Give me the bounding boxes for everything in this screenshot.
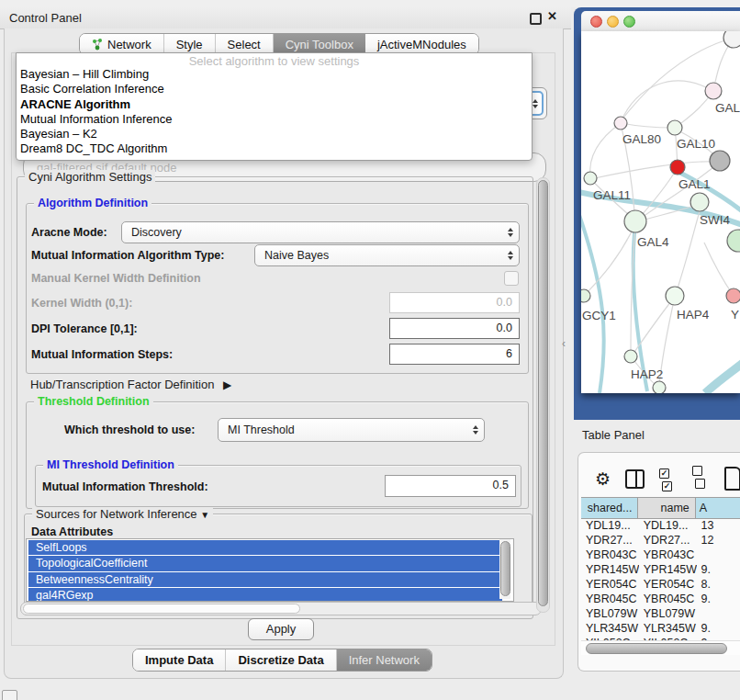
network-node-gcy1[interactable] [581,289,590,302]
split-view-icon[interactable] [625,469,645,489]
tab-cyni-toolbox[interactable]: Cyni Toolbox [274,34,365,54]
dpi-tolerance-field[interactable]: 0.0 [389,318,520,339]
network-node-label: GAL80 [622,132,661,146]
chevron-down-icon[interactable]: ▼ [200,510,209,520]
data-attribute-item[interactable]: TopologicalCoefficient [28,556,502,570]
checked-boxes-icon[interactable]: ✓✓ [659,466,677,491]
table-cell: YPR145W [639,562,697,577]
kernel-width-field[interactable]: 0.0 [389,292,520,313]
tab-impute-data[interactable]: Impute Data [133,649,226,671]
table-header-3[interactable]: A [696,498,740,518]
which-threshold-value: MI Threshold [228,423,295,436]
tab-infer-network[interactable]: Infer Network [337,649,432,671]
table-row[interactable]: YBR043CYBR043C [581,548,740,562]
attributes-scrollbar-thumb[interactable] [500,541,510,596]
tab-style[interactable]: Style [164,34,216,54]
data-attribute-item[interactable]: gal4RGexp [28,588,502,602]
network-edge-weighted[interactable] [581,215,604,393]
network-edge[interactable] [590,123,621,176]
network-view-window[interactable]: GALGAL80GAL10GAL1GAL11SWI4GAL4GCY1HAP4YH… [574,7,740,420]
top-strip [0,0,740,7]
table-row[interactable]: YLR345WYLR345W9. [581,621,740,636]
mi-type-combo[interactable]: Naive Bayes [254,244,520,266]
table-header-1[interactable]: shared... [581,498,638,518]
data-attribute-item[interactable]: SelfLoops [28,540,502,555]
network-edge[interactable] [621,123,673,128]
network-node-label: HAP2 [631,367,663,381]
settings-hscrollbar[interactable] [20,602,542,615]
table-hscrollbar[interactable] [581,640,740,655]
network-edge[interactable] [704,243,734,296]
table-row[interactable]: YBL079WYBL079W [581,606,740,621]
mac-zoom-icon[interactable] [623,16,635,28]
algorithm-option[interactable]: Bayesian – Hill Climbing [20,67,528,82]
mac-minimize-icon[interactable] [607,16,619,28]
network-node-hap4[interactable] [666,287,684,305]
tab-select[interactable]: Select [216,34,274,54]
network-edge[interactable] [621,81,713,122]
table-row[interactable]: YDL19...YDL19...13 [581,518,740,533]
manual-kernel-checkbox[interactable] [504,271,519,286]
export-table-icon[interactable] [724,467,740,491]
which-threshold-combo[interactable]: MI Threshold [218,418,485,442]
tab-network[interactable]: Network [80,34,164,54]
network-edge[interactable] [675,211,700,297]
network-node[interactable] [653,381,666,393]
network-node-gal[interactable] [705,83,722,99]
splitter-collapse-icon[interactable]: ‹ [562,337,566,350]
gear-icon[interactable]: ⚙ [595,469,611,490]
network-node-hap2[interactable] [624,350,637,363]
network-canvas[interactable]: GALGAL80GAL10GAL1GAL11SWI4GAL4GCY1HAP4YH… [581,31,740,393]
network-node-label: GAL10 [677,137,715,151]
network-edge-weighted[interactable] [633,224,647,391]
apply-button[interactable]: Apply [248,618,314,640]
network-node-swi4[interactable] [690,193,709,211]
data-attribute-item[interactable]: BetweennessCentrality [28,572,502,587]
mac-close-icon[interactable] [590,16,602,28]
tab-label: Style [176,38,203,51]
network-node-gal4[interactable] [624,210,646,232]
settings-hscrollbar-thumb[interactable] [23,604,300,614]
table-panel-card: ⚙ ✓✓ shared...nameA YDL19...YDL19...13YD… [577,452,740,672]
network-node-gal1[interactable] [670,160,685,175]
algorithm-option[interactable]: Bayesian – K2 [20,127,528,141]
network-node-y[interactable] [726,288,740,303]
data-attributes-list[interactable]: SelfLoopsTopologicalCoefficientBetweenne… [26,538,514,602]
hub-definition-expander[interactable]: Hub/Transcription Factor Definition ▶ [30,378,231,391]
mi-steps-field[interactable]: 6 [389,344,520,365]
manual-kernel-label: Manual Kernel Width Definition [31,272,201,285]
close-icon[interactable]: ✕ [547,9,557,23]
table-row[interactable]: YBR045CYBR045C9. [581,592,740,606]
float-window-icon[interactable] [530,13,542,25]
table-cell: YLR345W [639,621,697,636]
network-edge-weighted[interactable] [705,360,740,393]
network-window-titlebar[interactable] [581,11,740,31]
algorithm-option[interactable]: Basic Correlation Inference [20,82,528,96]
algorithm-option[interactable]: ARACNE Algorithm [20,97,528,112]
network-node-gal10[interactable] [667,120,682,135]
tab-discretize-data[interactable]: Discretize Data [226,649,336,671]
network-node-gal80[interactable] [614,117,627,130]
attributes-scrollbar[interactable] [499,539,510,599]
chevron-right-icon[interactable]: ▶ [223,378,231,391]
algorithm-option[interactable]: Dream8 DC_TDC Algorithm [20,141,528,156]
table-hscrollbar-thumb[interactable] [586,643,727,654]
table-row[interactable]: YPR145WYPR145W9. [581,562,740,577]
sources-title[interactable]: Sources for Network Inference ▼ [32,507,213,521]
network-node-gal11[interactable] [584,172,597,185]
algorithm-option[interactable]: Mutual Information Inference [20,112,528,127]
network-node[interactable] [710,151,730,171]
mi-threshold-field[interactable]: 0.5 [385,475,516,497]
aracne-mode-combo[interactable]: Discovery [121,221,520,243]
settings-vscrollbar[interactable] [536,177,550,613]
network-node[interactable] [727,230,740,252]
settings-vscrollbar-thumb[interactable] [538,180,548,606]
tab-jactivemnodules[interactable]: jActiveMNodules [365,34,478,54]
network-node[interactable] [723,31,740,48]
algorithm-dropdown[interactable]: Select algorithm to view settings Bayesi… [16,52,533,161]
aracne-mode-label: Aracne Mode: [31,226,107,239]
table-row[interactable]: YER054CYER054C8. [581,577,740,592]
table-row[interactable]: YDR27...YDR27...12 [581,533,740,548]
table-header-2[interactable]: name [638,498,695,518]
unchecked-boxes-icon[interactable] [692,466,710,491]
